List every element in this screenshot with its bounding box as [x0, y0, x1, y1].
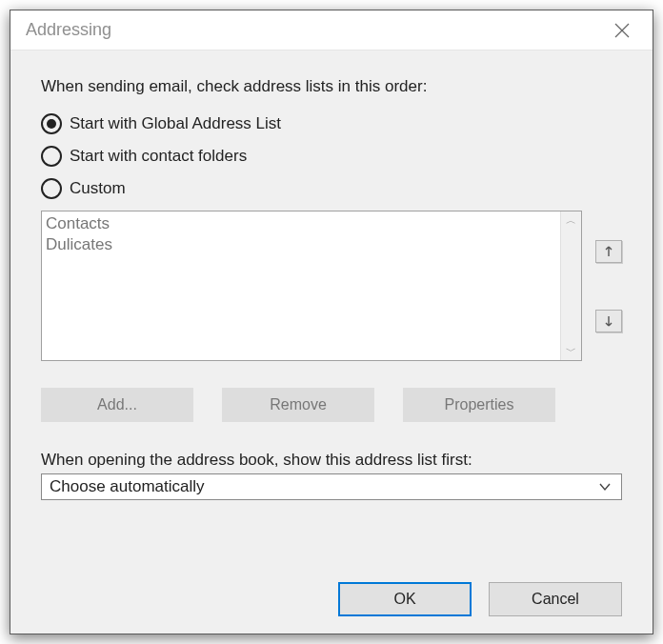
properties-button[interactable]: Properties — [403, 388, 555, 422]
default-list-dropdown[interactable]: Choose automatically — [41, 473, 622, 500]
list-item[interactable]: Contacts — [46, 213, 556, 234]
ok-button[interactable]: OK — [338, 582, 472, 616]
radio-gal-indicator — [41, 113, 62, 134]
radio-contacts-indicator — [41, 146, 62, 167]
dialog-title: Addressing — [26, 20, 603, 40]
arrow-up-icon — [604, 246, 613, 257]
scroll-down-icon: ﹀ — [566, 346, 576, 356]
move-down-button[interactable] — [595, 310, 622, 332]
chevron-down-icon — [598, 480, 612, 493]
instruction-label: When sending email, check address lists … — [41, 77, 622, 96]
addressing-dialog: Addressing When sending email, check add… — [10, 10, 653, 634]
list-scrollbar[interactable]: ︿ ﹀ — [560, 211, 581, 360]
order-radio-group: Start with Global Address List Start wit… — [41, 113, 622, 199]
radio-contacts[interactable]: Start with contact folders — [41, 146, 622, 167]
radio-custom-label: Custom — [70, 179, 126, 198]
list-row: Contacts Dulicates ︿ ﹀ — [41, 211, 622, 361]
radio-contacts-label: Start with contact folders — [70, 147, 247, 166]
arrow-down-icon — [604, 315, 613, 327]
dialog-content: When sending email, check address lists … — [10, 50, 653, 519]
address-list-items: Contacts Dulicates — [42, 211, 560, 360]
close-icon — [613, 22, 631, 39]
close-button[interactable] — [603, 11, 641, 50]
radio-gal[interactable]: Start with Global Address List — [41, 113, 622, 134]
radio-gal-label: Start with Global Address List — [70, 114, 281, 133]
radio-custom[interactable]: Custom — [41, 178, 622, 199]
radio-custom-indicator — [41, 178, 62, 199]
scroll-up-icon: ︿ — [566, 215, 576, 226]
address-list-box[interactable]: Contacts Dulicates ︿ ﹀ — [41, 211, 582, 361]
cancel-button[interactable]: Cancel — [489, 582, 622, 616]
reorder-buttons — [595, 211, 622, 361]
list-action-buttons: Add... Remove Properties — [41, 388, 622, 422]
default-list-label: When opening the address book, show this… — [41, 451, 622, 470]
dropdown-value: Choose automatically — [50, 477, 205, 496]
remove-button[interactable]: Remove — [222, 388, 374, 422]
dialog-footer: OK Cancel — [338, 582, 622, 616]
add-button[interactable]: Add... — [41, 388, 193, 422]
titlebar: Addressing — [10, 10, 653, 50]
list-item[interactable]: Dulicates — [46, 234, 556, 255]
move-up-button[interactable] — [595, 240, 622, 263]
